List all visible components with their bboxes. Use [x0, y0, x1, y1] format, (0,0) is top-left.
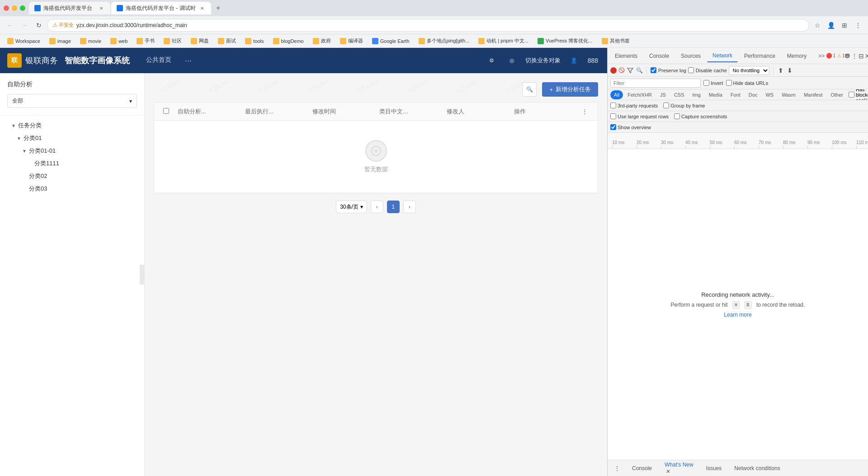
address-bar[interactable]: ⚠ 不安全 yzx.dev.jinxin.cloud:3000/runtime/… [47, 19, 809, 32]
nav-item-home[interactable]: 公共首页 [137, 48, 180, 73]
hide-data-urls-checkbox[interactable]: Hide data URLs [726, 80, 769, 86]
bookmark-mianshi[interactable]: 面试 [214, 37, 240, 45]
bookmark-web[interactable]: web [107, 37, 131, 45]
browser-tab-2[interactable]: 海搭低代码开发平台 - 调试时 ✕ [111, 2, 211, 14]
show-overview-checkbox[interactable]: Show overview [610, 124, 651, 130]
tree-item-fenlei02[interactable]: 分类02 [0, 170, 144, 182]
devtools-more-button[interactable]: ⋮ [851, 50, 858, 62]
table-column-settings-button[interactable]: ⋮ [578, 106, 592, 117]
bookmark-tools[interactable]: tools [241, 37, 267, 45]
bottom-tab-console[interactable]: Console [628, 463, 656, 473]
learn-more-link[interactable]: Learn more [724, 312, 751, 318]
bottom-tab-whats-new[interactable]: What's New ✕ [661, 460, 697, 476]
tab-close-2[interactable]: ✕ [198, 5, 206, 12]
bookmark-shu[interactable]: 手书 [133, 37, 158, 45]
bookmark-other[interactable]: 其他书签 [598, 37, 633, 45]
tree-item-fenlei01[interactable]: ▼ 分类01 [0, 132, 144, 145]
more-button[interactable]: ⋮ [852, 19, 864, 32]
export-button[interactable]: ⬇ [786, 67, 793, 74]
show-overview-input[interactable] [610, 124, 616, 130]
reload-button[interactable]: ↻ [33, 19, 45, 32]
bookmark-button[interactable]: ☆ [811, 19, 824, 32]
profile-button[interactable]: 👤 [825, 19, 837, 32]
devtools-tab-network[interactable]: Network [707, 50, 738, 62]
prev-page-button[interactable]: ‹ [371, 201, 383, 213]
bookmark-dongji[interactable]: 动机 | pnpm 中文... [475, 37, 532, 45]
use-large-rows-checkbox[interactable]: Use large request rows [610, 113, 669, 119]
devtools-tab-memory[interactable]: Memory [782, 50, 812, 62]
type-tab-doc[interactable]: Doc [745, 90, 761, 99]
capture-screenshots-input[interactable] [674, 113, 680, 119]
type-tab-all[interactable]: All [610, 90, 623, 99]
type-tab-ws[interactable]: WS [762, 90, 777, 99]
import-button[interactable]: ⬆ [777, 67, 784, 74]
type-tab-css[interactable]: CSS [670, 90, 688, 99]
tree-item-renwei-fenlei[interactable]: ▼ 任务分类 [0, 119, 144, 132]
type-tab-other[interactable]: Other [827, 90, 847, 99]
throttling-select[interactable]: No throttling [729, 66, 769, 75]
devtools-dock-button[interactable]: ⊟ [859, 50, 864, 62]
third-party-checkbox[interactable]: 3rd-party requests [610, 103, 658, 108]
group-by-frame-checkbox[interactable]: Group by frame [663, 103, 705, 108]
type-tab-js[interactable]: JS [656, 90, 670, 99]
type-tab-font[interactable]: Font [727, 90, 744, 99]
has-blocked-cookies-checkbox[interactable]: Has blocked cookies [849, 89, 868, 100]
bookmark-vuepress[interactable]: VuePress 博客优化... [534, 37, 596, 45]
filter-input[interactable] [610, 79, 701, 88]
bookmark-workspace[interactable]: Workspace [4, 37, 44, 45]
clear-network-button[interactable]: 🚫 [618, 67, 625, 74]
devtools-tab-elements[interactable]: Elements [609, 50, 643, 62]
hide-data-urls-input[interactable] [726, 80, 732, 86]
devtools-tab-console[interactable]: Console [644, 50, 675, 62]
record-network-button[interactable] [610, 67, 617, 74]
type-tab-media[interactable]: Media [705, 90, 726, 99]
new-tab-button[interactable]: + [212, 2, 225, 14]
per-page-select[interactable]: 30条/页 ▾ [336, 201, 367, 213]
bottom-tab-issues[interactable]: Issues [703, 463, 726, 473]
disable-cache-input[interactable] [688, 67, 694, 73]
type-tab-fetch-xhr[interactable]: Fetch/XHR [624, 90, 656, 99]
devtools-settings-button[interactable]: ⚙ [844, 50, 850, 62]
has-blocked-input[interactable] [849, 92, 854, 98]
current-page-number[interactable]: 1 [387, 201, 400, 213]
browser-tab-1[interactable]: 海搭低代码开发平台 ✕ [29, 2, 110, 14]
bottom-tab-close-button[interactable]: ✕ [665, 468, 672, 475]
filter-network-button[interactable] [627, 67, 634, 74]
category-dropdown[interactable]: 全部 ▾ [7, 94, 137, 108]
tree-item-fenlei03[interactable]: 分类03 [0, 182, 144, 195]
select-all-checkbox[interactable] [163, 108, 169, 114]
bookmark-bianyiqi[interactable]: 编译器 [336, 37, 367, 45]
devtools-tab-sources[interactable]: Sources [675, 50, 706, 62]
invert-input[interactable] [703, 80, 709, 86]
third-party-input[interactable] [610, 103, 616, 108]
bookmark-google-earth[interactable]: Google Earth [368, 37, 413, 45]
type-tab-manifest[interactable]: Manifest [800, 90, 826, 99]
back-button[interactable]: ← [4, 19, 16, 32]
tree-item-fenlei01-01[interactable]: ▼ 分类01-01 [0, 145, 144, 157]
tab-close-1[interactable]: ✕ [98, 5, 105, 12]
bookmark-shequ[interactable]: 社区 [160, 37, 185, 45]
bookmark-ping[interactable]: 多个地点ping[gith... [415, 37, 473, 45]
tree-item-fenlei1111[interactable]: 分类1111 [0, 157, 144, 170]
bookmark-zhengfu[interactable]: 政府 [309, 37, 335, 45]
devtools-menu-button[interactable]: ⋮ [611, 462, 623, 474]
search-network-button[interactable]: 🔍 [636, 67, 643, 74]
bottom-tab-network-conditions[interactable]: Network conditions [731, 463, 783, 473]
close-button[interactable] [4, 5, 9, 11]
next-page-button[interactable]: › [403, 201, 416, 213]
search-button[interactable]: 🔍 [522, 82, 537, 97]
devtools-tab-performance[interactable]: Performance [739, 50, 781, 62]
target-icon[interactable]: ◎ [505, 54, 518, 67]
devtools-close-button[interactable]: ✕ [865, 50, 868, 62]
nav-item-more[interactable]: ··· [180, 56, 196, 65]
devtools-error-badge[interactable]: 🔴 1 ⚠ 199 [832, 50, 844, 62]
bookmark-image[interactable]: image [46, 37, 75, 45]
type-tab-wasm[interactable]: Wasm [778, 90, 799, 99]
disable-cache-checkbox[interactable]: Disable cache [688, 67, 727, 73]
bookmark-movie[interactable]: movie [76, 37, 105, 45]
capture-screenshots-checkbox[interactable]: Capture screenshots [674, 113, 727, 119]
add-analysis-button[interactable]: + 新增分析任务 [542, 82, 598, 97]
settings-icon[interactable]: ⚙ [486, 54, 498, 67]
maximize-button[interactable] [20, 5, 25, 11]
group-by-frame-input[interactable] [663, 103, 669, 108]
